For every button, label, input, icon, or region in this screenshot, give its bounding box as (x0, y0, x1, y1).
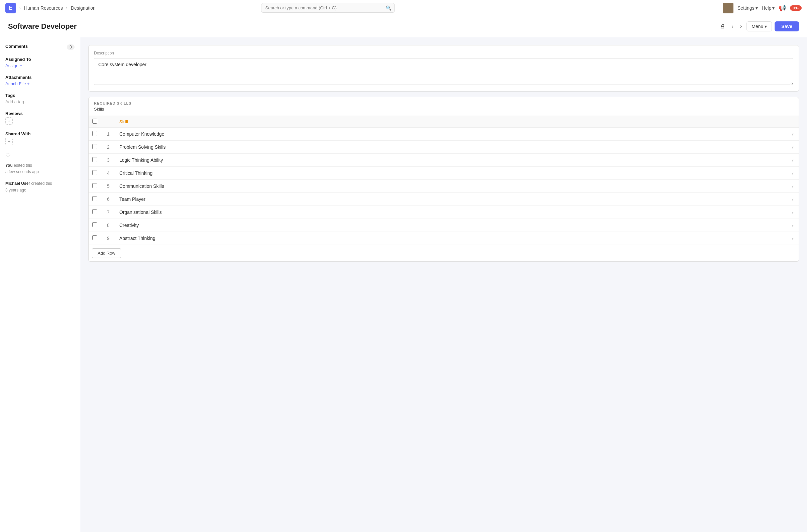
row-skill-name: Communication Skills (116, 180, 787, 193)
activity-michael-label: Michael User (5, 181, 30, 186)
row-checkbox[interactable] (92, 183, 97, 188)
announcements-icon[interactable]: 📢 (778, 4, 786, 12)
table-row: 4 Critical Thinking ▾ (89, 167, 799, 180)
row-checkbox-cell[interactable] (89, 206, 101, 219)
activity-edited-label: edited this (14, 163, 32, 168)
row-skill-name: Logic Thinking Ability (116, 154, 787, 167)
row-chevron-cell[interactable]: ▾ (787, 180, 799, 193)
activity-time2: 3 years ago (5, 188, 26, 192)
row-chevron-cell[interactable]: ▾ (787, 141, 799, 154)
menu-button[interactable]: Menu ▾ (747, 21, 772, 32)
select-all-checkbox[interactable] (92, 119, 97, 124)
page-header: Software Developer 🖨 ‹ › Menu ▾ Save (0, 16, 807, 37)
row-checkbox[interactable] (92, 131, 97, 136)
row-chevron-icon: ▾ (792, 236, 794, 241)
breadcrumb-human-resources[interactable]: Human Resources (24, 5, 63, 11)
row-number: 1 (101, 128, 116, 141)
sidebar: Comments 0 Assigned To Assign + Attachme… (0, 37, 80, 532)
row-checkbox-cell[interactable] (89, 154, 101, 167)
add-shared-button[interactable]: + (5, 138, 13, 145)
description-textarea[interactable]: Core system developer (94, 58, 793, 85)
row-checkbox-cell[interactable] (89, 180, 101, 193)
help-button[interactable]: Help ▾ (762, 5, 775, 11)
save-button[interactable]: Save (774, 21, 799, 32)
row-checkbox-cell[interactable] (89, 193, 101, 206)
breadcrumb-chevron-2: › (65, 6, 68, 11)
row-checkbox-cell[interactable] (89, 219, 101, 232)
row-chevron-cell[interactable]: ▾ (787, 167, 799, 180)
sidebar-attachments-section: Attachments Attach File + (5, 75, 75, 86)
add-row-button[interactable]: Add Row (92, 248, 121, 258)
row-skill-name: Team Player (116, 193, 787, 206)
row-number: 5 (101, 180, 116, 193)
page-actions: 🖨 ‹ › Menu ▾ Save (718, 21, 799, 32)
row-skill-name: Organisational Skills (116, 206, 787, 219)
row-chevron-cell[interactable]: ▾ (787, 128, 799, 141)
activity-you-label: You (5, 163, 13, 168)
row-checkbox-cell[interactable] (89, 141, 101, 154)
sidebar-reviews-section: Reviews + (5, 111, 75, 125)
assigned-to-label: Assigned To (5, 57, 75, 62)
row-skill-name: Creativity (116, 219, 787, 232)
row-chevron-icon: ▾ (792, 158, 794, 163)
reviews-label: Reviews (5, 111, 75, 116)
app-icon[interactable]: E (5, 3, 16, 13)
row-checkbox[interactable] (92, 157, 97, 162)
row-number: 9 (101, 232, 116, 245)
avatar[interactable] (723, 3, 733, 13)
row-checkbox[interactable] (92, 144, 97, 149)
row-number: 3 (101, 154, 116, 167)
description-card: Description Core system developer (88, 45, 799, 92)
row-number: 4 (101, 167, 116, 180)
search-input[interactable] (261, 3, 395, 13)
sidebar-comments-section: Comments 0 (5, 44, 75, 50)
assign-button[interactable]: Assign + (5, 63, 75, 68)
table-row: 2 Problem Solving Skills ▾ (89, 141, 799, 154)
th-checkbox (89, 116, 101, 128)
row-chevron-cell[interactable]: ▾ (787, 206, 799, 219)
row-checkbox[interactable] (92, 170, 97, 175)
breadcrumb-designation[interactable]: Designation (71, 5, 96, 11)
row-chevron-icon: ▾ (792, 145, 794, 150)
row-skill-name: Problem Solving Skills (116, 141, 787, 154)
row-checkbox-cell[interactable] (89, 128, 101, 141)
search-container: 🔍 (261, 3, 395, 13)
table-row: 6 Team Player ▾ (89, 193, 799, 206)
required-skills-title: REQUIRED SKILLS (94, 101, 793, 105)
row-chevron-icon: ▾ (792, 210, 794, 215)
nav-right-actions: Settings ▾ Help ▾ 📢 99+ (723, 3, 802, 13)
sidebar-activity-section: ♡ You edited this a few seconds ago Mich… (5, 152, 75, 193)
menu-chevron-icon: ▾ (765, 24, 767, 29)
notification-badge[interactable]: 99+ (790, 5, 802, 11)
row-chevron-cell[interactable]: ▾ (787, 232, 799, 245)
row-checkbox-cell[interactable] (89, 232, 101, 245)
row-checkbox[interactable] (92, 222, 97, 227)
prev-button[interactable]: ‹ (730, 22, 735, 31)
row-chevron-cell[interactable]: ▾ (787, 193, 799, 206)
activity-michael-entry: Michael User created this 3 years ago (5, 180, 75, 193)
row-chevron-cell[interactable]: ▾ (787, 154, 799, 167)
skills-section: REQUIRED SKILLS Skills Skill (88, 97, 799, 262)
add-review-button[interactable]: + (5, 117, 13, 125)
content-area: Description Core system developer REQUIR… (80, 37, 807, 532)
row-checkbox[interactable] (92, 235, 97, 240)
attach-file-button[interactable]: Attach File + (5, 81, 75, 86)
row-checkbox-cell[interactable] (89, 167, 101, 180)
row-checkbox[interactable] (92, 209, 97, 214)
tags-label: Tags (5, 93, 75, 98)
add-tag-button[interactable]: Add a tag ... (5, 99, 75, 104)
attachments-label: Attachments (5, 75, 75, 80)
shared-with-label: Shared With (5, 131, 75, 136)
help-chevron-icon: ▾ (772, 5, 774, 11)
activity-time1: a few seconds ago (5, 169, 39, 174)
row-checkbox[interactable] (92, 196, 97, 201)
row-chevron-icon: ▾ (792, 132, 794, 137)
row-chevron-icon: ▾ (792, 223, 794, 228)
page-title: Software Developer (8, 22, 718, 31)
row-skill-name: Abstract Thinking (116, 232, 787, 245)
table-row: 7 Organisational Skills ▾ (89, 206, 799, 219)
row-chevron-cell[interactable]: ▾ (787, 219, 799, 232)
settings-button[interactable]: Settings ▾ (737, 5, 758, 11)
next-button[interactable]: › (738, 22, 744, 31)
print-button[interactable]: 🖨 (718, 22, 727, 31)
